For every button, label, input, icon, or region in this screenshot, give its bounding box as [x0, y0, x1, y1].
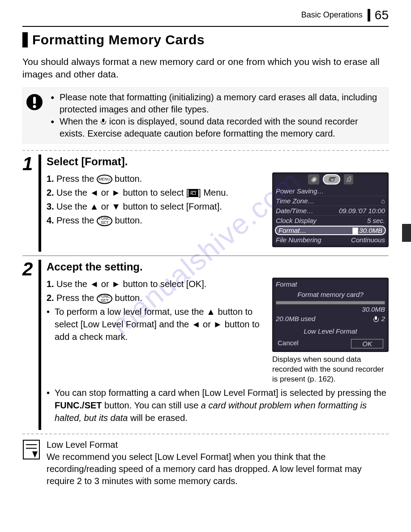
svg-rect-1: [33, 97, 36, 104]
func-set-button-icon: FUNCSET: [97, 294, 112, 304]
tools-menu-icon: ꡂ: [188, 189, 198, 197]
lcd-capacity: 30.0MB: [276, 305, 385, 313]
warning-bullet-2: When the icon is displayed, sound data r…: [51, 116, 385, 140]
sub-bullet: You can stop formatting a card when [Low…: [47, 386, 389, 424]
step2-continuation: You can stop formatting a card when [Low…: [47, 386, 389, 424]
left-arrow-icon: ◄: [90, 188, 98, 197]
lcd-tab: ◉: [308, 174, 319, 184]
warning-bullets: Please note that formatting (initializin…: [51, 91, 385, 140]
microphone-icon: [373, 316, 379, 322]
divider: [22, 433, 389, 434]
section-name: Basic Operations: [301, 10, 363, 19]
lcd-capacity-bar: [276, 301, 385, 305]
lcd-title: Format: [276, 280, 385, 288]
step-number: 2: [22, 260, 39, 429]
lcd-row-selected: Format…30.0MB: [275, 226, 386, 236]
tip-box: Low Level Format We recommend you select…: [22, 439, 389, 487]
right-arrow-icon: ►: [111, 188, 120, 197]
warning-icon: [25, 91, 44, 140]
step-2: 2 Accept the setting. 1.Use the ◄ or ► b…: [22, 260, 389, 429]
left-arrow-icon: ◄: [192, 319, 201, 329]
down-arrow-icon: ▼: [111, 202, 120, 211]
right-arrow-icon: ►: [213, 319, 222, 329]
camera-lcd-screenshot-menu: ◉ ꡂ ⎙ Power Saving… Time Zone…⌂ Date/Tim…: [272, 172, 389, 248]
lcd-tab: ⎙: [344, 174, 353, 184]
page-title: Formatting Memory Cards: [22, 32, 389, 47]
lcd-low-level-option: Low Level Format: [285, 326, 376, 336]
manual-page: manualshive.com Basic Operations 65 Form…: [0, 0, 411, 505]
lcd-used: 20.0MB used: [276, 315, 315, 322]
tip-title: Low Level Format: [47, 439, 389, 451]
divider: [22, 150, 389, 151]
note-icon: [22, 439, 40, 487]
step-title: Accept the setting.: [47, 261, 389, 273]
lcd-ok: OK: [351, 339, 383, 348]
page-number: 65: [368, 9, 389, 21]
step-bar: [39, 260, 41, 429]
svg-point-2: [33, 105, 36, 108]
tip-body: We recommend you select [Low Level Forma…: [47, 451, 389, 487]
lcd-question: Format memory card?: [276, 291, 385, 298]
microphone-icon: [100, 119, 107, 125]
lcd-tab-selected: ꡂ: [323, 174, 340, 184]
step-title: Select [Format].: [47, 155, 389, 168]
lcd-mic-count: 2: [373, 315, 385, 322]
step-bar: [39, 154, 41, 252]
divider: [22, 26, 389, 27]
up-arrow-icon: ▲: [90, 202, 98, 211]
sub-bullet: To perform a low level format, use the ▲…: [47, 305, 264, 343]
warning-note: Please note that formatting (initializin…: [22, 87, 389, 144]
left-arrow-icon: ◄: [90, 279, 98, 289]
func-set-label: FUNC./SET: [55, 400, 102, 410]
up-arrow-icon: ▲: [206, 307, 215, 317]
step2-instructions: 1.Use the ◄ or ► button to select [OK]. …: [47, 278, 264, 384]
screenshot-caption: Displays when sound data recorded with t…: [272, 355, 389, 384]
step1-instructions: 1.Press the MENU button. 2.Use the ◄ or …: [47, 172, 264, 248]
intro-text: You should always format a new memory ca…: [22, 56, 389, 81]
card-icon: [352, 227, 358, 234]
right-arrow-icon: ►: [111, 279, 120, 289]
func-set-button-icon: FUNCSET: [97, 216, 112, 226]
page-side-tab: [402, 224, 411, 242]
running-header: Basic Operations 65: [22, 9, 389, 21]
step-1: 1 Select [Format]. 1.Press the MENU butt…: [22, 154, 389, 252]
warning-bullet-1: Please note that formatting (initializin…: [51, 91, 385, 116]
lcd-cancel: Cancel: [278, 339, 299, 348]
step-number: 1: [22, 154, 39, 252]
menu-button-icon: MENU: [97, 175, 112, 184]
divider: [22, 255, 389, 256]
camera-lcd-screenshot-format: Format Format memory card? 30.0MB 20.0MB…: [272, 278, 389, 384]
